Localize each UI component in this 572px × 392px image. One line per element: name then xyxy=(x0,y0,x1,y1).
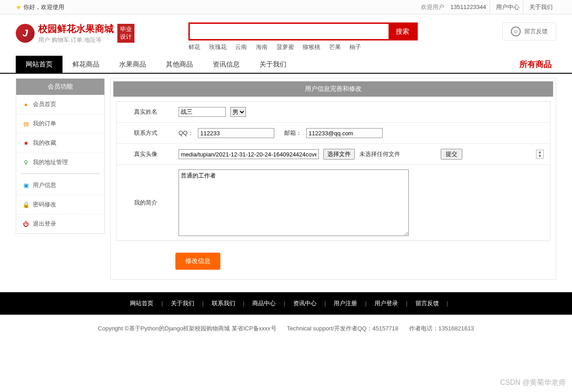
hot-word[interactable]: 鲜花 xyxy=(188,44,200,50)
footer-link[interactable]: 资讯中心 xyxy=(287,300,323,307)
footer-link[interactable]: 留言反馈 xyxy=(409,300,445,307)
logo-area[interactable]: J 校园鲜花水果商城 用户.购物车.订单.地址等 毕业 设计 xyxy=(16,22,134,44)
separator: | xyxy=(201,300,206,307)
site-title: 校园鲜花水果商城 xyxy=(38,22,114,35)
sidebar-item-label: 退出登录 xyxy=(33,220,56,228)
search-button[interactable]: 搜索 xyxy=(389,24,416,39)
nav-flower[interactable]: 鲜花商品 xyxy=(63,56,109,73)
content-title: 用户信息完善和修改 xyxy=(113,81,553,97)
intro-textarea[interactable]: 普通的工作者 xyxy=(179,169,409,236)
user-phone-link[interactable]: 13511223344 xyxy=(447,0,490,14)
main-nav: 网站首页 鲜花商品 水果商品 其他商品 资讯信息 关于我们 所有商品 xyxy=(0,56,572,74)
upload-button[interactable]: 提交 xyxy=(441,149,462,160)
separator: | xyxy=(404,300,409,307)
choose-file-button[interactable]: 选择文件 xyxy=(323,149,355,160)
nav-news[interactable]: 资讯信息 xyxy=(203,56,250,73)
sidebar-item[interactable]: ★我的收藏 xyxy=(16,134,104,153)
label-realname: 真实姓名 xyxy=(116,102,175,122)
footer-link[interactable]: 联系我们 xyxy=(206,300,241,307)
search-area: 搜索 鲜花 玫瑰花 云南 海南 菠萝蜜 猕猴桃 芒果 柚子 xyxy=(188,22,418,51)
site-subtitle: 用户.购物车.订单.地址等 xyxy=(38,36,114,44)
sidebar-item[interactable]: 🔒密码修改 xyxy=(16,195,104,214)
sidebar-item-label: 我的收藏 xyxy=(33,139,56,147)
search-input[interactable] xyxy=(190,24,389,39)
sidebar-item-label: 我的订单 xyxy=(33,120,56,128)
hot-word[interactable]: 柚子 xyxy=(349,44,361,50)
topbar-left: ★ 你好，欢迎使用 xyxy=(16,0,64,14)
sidebar: 会员功能 ●会员首页▤我的订单★我的收藏⚲我的地址管理 ▣用户信息🔒密码修改⏻退… xyxy=(16,78,105,234)
hot-word[interactable]: 海南 xyxy=(256,44,268,50)
sidebar-item[interactable]: ▤我的订单 xyxy=(16,114,104,134)
no-file-text: 未选择任何文件 xyxy=(359,150,400,158)
nav-home[interactable]: 网站首页 xyxy=(16,56,63,73)
email-input[interactable] xyxy=(306,128,383,138)
address-icon: ⚲ xyxy=(22,159,29,166)
star-icon: ★ xyxy=(16,0,22,14)
headset-icon: ☺ xyxy=(511,27,521,36)
hot-word[interactable]: 云南 xyxy=(235,44,247,50)
hot-word[interactable]: 芒果 xyxy=(329,44,341,50)
sidebar-item-label: 我的地址管理 xyxy=(33,158,68,166)
logout-icon: ⏻ xyxy=(22,221,29,227)
label-intro: 我的简介 xyxy=(116,165,175,241)
header: J 校园鲜花水果商城 用户.购物车.订单.地址等 毕业 设计 搜索 鲜花 玫瑰花… xyxy=(0,14,572,56)
feedback-label: 留言反馈 xyxy=(524,27,548,36)
label-contact: 联系方式 xyxy=(116,123,175,143)
badge-line1: 毕业 xyxy=(120,26,132,33)
separator: | xyxy=(323,300,328,307)
avatar-path-input[interactable] xyxy=(179,149,319,159)
user-icon: ▣ xyxy=(22,182,29,189)
star-icon: ★ xyxy=(22,140,29,147)
about-link[interactable]: 关于我们 xyxy=(526,0,556,14)
sidebar-separator xyxy=(21,174,100,174)
badge: 毕业 设计 xyxy=(117,24,134,43)
content: 用户信息完善和修改 真实姓名 男 联系方式 QQ： 邮箱： 真实头像 xyxy=(110,78,556,280)
sidebar-item[interactable]: ▣用户信息 xyxy=(16,176,104,195)
hot-words: 鲜花 玫瑰花 云南 海南 菠萝蜜 猕猴桃 芒果 柚子 xyxy=(188,43,418,51)
sidebar-item-label: 密码修改 xyxy=(33,200,56,209)
chevron-down-icon: ▼ xyxy=(536,154,543,158)
row-avatar: 真实头像 选择文件 未选择任何文件 提交 ▲▼ xyxy=(116,144,550,165)
hot-word[interactable]: 玫瑰花 xyxy=(209,44,227,50)
email-label: 邮箱： xyxy=(284,129,302,137)
separator: | xyxy=(445,300,448,307)
main: 会员功能 ●会员首页▤我的订单★我的收藏⚲我的地址管理 ▣用户信息🔒密码修改⏻退… xyxy=(0,74,572,284)
hot-word[interactable]: 猕猴桃 xyxy=(303,44,320,50)
footer-link[interactable]: 关于我们 xyxy=(165,300,201,307)
gender-select[interactable]: 男 xyxy=(230,107,246,117)
sidebar-item[interactable]: ⚲我的地址管理 xyxy=(16,153,104,172)
hot-word[interactable]: 菠萝蜜 xyxy=(277,44,294,50)
row-realname: 真实姓名 男 xyxy=(116,102,550,123)
submit-area: 修改信息 xyxy=(111,245,556,272)
topbar: ★ 你好，欢迎使用 欢迎用户 13511223344 用户中心 关于我们 xyxy=(0,0,572,14)
footer-link[interactable]: 网站首页 xyxy=(124,300,160,307)
row-contact: 联系方式 QQ： 邮箱： xyxy=(116,123,550,144)
nav-other[interactable]: 其他商品 xyxy=(156,56,203,73)
nav-fruit[interactable]: 水果商品 xyxy=(109,56,156,73)
sidebar-item-label: 会员首页 xyxy=(33,100,56,108)
spinner-control[interactable]: ▲▼ xyxy=(536,150,544,159)
sidebar-item-label: 用户信息 xyxy=(33,181,56,189)
qq-label: QQ： xyxy=(179,129,193,137)
feedback-button[interactable]: ☺ 留言反馈 xyxy=(502,22,556,40)
sidebar-item[interactable]: ⏻退出登录 xyxy=(16,214,104,233)
copy-text-1: Copyright ©基于Python的Django框架校园购物商城 某省ICP… xyxy=(98,325,277,332)
footer-link[interactable]: 用户登录 xyxy=(368,300,404,307)
separator: | xyxy=(363,300,368,307)
nav-about[interactable]: 关于我们 xyxy=(250,56,296,73)
separator: | xyxy=(241,300,246,307)
realname-input[interactable] xyxy=(179,107,226,117)
sidebar-item[interactable]: ●会员首页 xyxy=(16,95,104,114)
search-box: 搜索 xyxy=(188,22,418,40)
nav-all-products[interactable]: 所有商品 xyxy=(519,59,556,70)
footer-link[interactable]: 商品中心 xyxy=(246,300,282,307)
welcome-user-label: 欢迎用户 xyxy=(421,0,444,14)
order-icon: ▤ xyxy=(22,120,29,127)
separator: | xyxy=(160,300,165,307)
row-intro: 我的简介 普通的工作者 xyxy=(116,165,550,241)
user-center-link[interactable]: 用户中心 xyxy=(492,0,523,14)
footer-link[interactable]: 用户注册 xyxy=(327,300,363,307)
submit-button[interactable]: 修改信息 xyxy=(175,253,220,270)
qq-input[interactable] xyxy=(198,128,274,138)
copy-text-2: Technical support/开发作者QQ：45157718 xyxy=(287,325,398,332)
